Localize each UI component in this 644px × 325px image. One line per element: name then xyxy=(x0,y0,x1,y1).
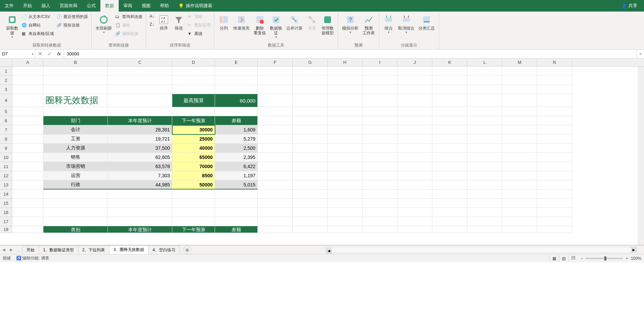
cell-L6[interactable] xyxy=(467,116,502,125)
formula-input[interactable]: 30000 xyxy=(64,50,637,58)
page-break-view-button[interactable]: 凹 xyxy=(568,255,578,262)
cell-C1[interactable] xyxy=(108,67,172,76)
enter-formula-button[interactable]: ✓ xyxy=(45,51,54,57)
cell-M9[interactable] xyxy=(502,144,537,153)
cell-F15[interactable] xyxy=(258,199,293,208)
cell-I7[interactable] xyxy=(363,125,397,134)
cell-J2[interactable] xyxy=(397,76,432,85)
cell-K6[interactable] xyxy=(432,116,467,125)
cell-A18[interactable] xyxy=(12,226,43,233)
cell-C9[interactable]: 37,500 xyxy=(108,144,172,153)
column-header-I[interactable]: I xyxy=(363,58,397,66)
accessibility-status[interactable]: ♿ 辅助功能: 调查 xyxy=(16,255,49,261)
cell-N16[interactable] xyxy=(537,208,572,217)
advanced-filter-button[interactable]: ▼高级 xyxy=(187,31,211,37)
cell-M15[interactable] xyxy=(502,199,537,208)
cell-D14[interactable] xyxy=(172,189,215,199)
cell-I16[interactable] xyxy=(363,208,397,217)
cell-N9[interactable] xyxy=(537,144,572,153)
from-text-csv-button[interactable]: 📄从文本/CSV xyxy=(21,14,55,20)
column-header-L[interactable]: L xyxy=(467,58,502,66)
vertical-scrollbar[interactable] xyxy=(638,67,644,245)
menu-review[interactable]: 审阅 xyxy=(119,0,137,12)
cell-J18[interactable] xyxy=(397,226,432,233)
cell-B4[interactable]: 圈释无效数据 xyxy=(43,94,108,107)
cell-M14[interactable] xyxy=(502,189,537,199)
text-to-columns-button[interactable]: 分列 xyxy=(217,14,231,31)
fx-label[interactable]: fx xyxy=(54,51,64,56)
normal-view-button[interactable]: ▦ xyxy=(549,255,559,262)
cell-J11[interactable] xyxy=(397,162,432,171)
cell-J8[interactable] xyxy=(397,134,432,144)
subtotal-button[interactable]: 分类汇总 xyxy=(417,14,436,31)
cell-E17[interactable] xyxy=(215,217,258,226)
ungroup-button[interactable]: 取消组合▾ xyxy=(397,14,416,35)
cell-A2[interactable] xyxy=(12,76,43,85)
cell-A6[interactable] xyxy=(12,116,43,125)
cell-B1[interactable] xyxy=(43,67,108,76)
cell-C17[interactable] xyxy=(108,217,172,226)
row-header[interactable]: 11 xyxy=(0,162,12,171)
cell-L9[interactable] xyxy=(467,144,502,153)
column-header-A[interactable]: A xyxy=(12,58,43,66)
cell-B9[interactable]: 人力资源 xyxy=(43,144,108,153)
column-header-F[interactable]: F xyxy=(258,58,293,66)
row-header[interactable]: 13 xyxy=(0,180,12,189)
cell-C16[interactable] xyxy=(108,208,172,217)
cell-L10[interactable] xyxy=(467,153,502,162)
from-table-button[interactable]: ▦来自表格/区域 xyxy=(21,31,55,37)
cell-G15[interactable] xyxy=(293,199,328,208)
cell-F11[interactable] xyxy=(258,162,293,171)
cell-K13[interactable] xyxy=(432,180,467,189)
cell-H9[interactable] xyxy=(328,144,363,153)
cell-L5[interactable] xyxy=(467,107,502,116)
cell-C6[interactable]: 本年度预计 xyxy=(108,116,172,125)
cell-N12[interactable] xyxy=(537,171,572,180)
cell-J5[interactable] xyxy=(397,107,432,116)
cell-G9[interactable] xyxy=(293,144,328,153)
cell-L14[interactable] xyxy=(467,189,502,199)
cell-A15[interactable] xyxy=(12,199,43,208)
cell-D4[interactable]: 最高预算 xyxy=(172,94,215,107)
cell-H15[interactable] xyxy=(328,199,363,208)
cell-J7[interactable] xyxy=(397,125,432,134)
cell-G17[interactable] xyxy=(293,217,328,226)
forecast-sheet-button[interactable]: 预测 工作表 xyxy=(361,14,376,36)
cell-K12[interactable] xyxy=(432,171,467,180)
cell-F12[interactable] xyxy=(258,171,293,180)
flash-fill-button[interactable]: 快速填充 xyxy=(232,14,251,31)
cell-A12[interactable] xyxy=(12,171,43,180)
cell-D7[interactable]: 30000 xyxy=(172,125,215,134)
cell-K3[interactable] xyxy=(432,85,467,94)
cell-L3[interactable] xyxy=(467,85,502,94)
cell-H17[interactable] xyxy=(328,217,363,226)
cell-I10[interactable] xyxy=(363,153,397,162)
cell-B14[interactable] xyxy=(43,189,108,199)
cell-E14[interactable] xyxy=(215,189,258,199)
cell-K17[interactable] xyxy=(432,217,467,226)
cell-J3[interactable] xyxy=(397,85,432,94)
cell-C10[interactable]: 62,605 xyxy=(108,153,172,162)
cell-G14[interactable] xyxy=(293,189,328,199)
cell-G16[interactable] xyxy=(293,208,328,217)
cell-C8[interactable]: 19,721 xyxy=(108,134,172,144)
relationships-button[interactable]: 关系 xyxy=(305,14,319,31)
cell-I12[interactable] xyxy=(363,171,397,180)
cell-I8[interactable] xyxy=(363,134,397,144)
cell-B8[interactable]: 工资 xyxy=(43,134,108,144)
cell-J13[interactable] xyxy=(397,180,432,189)
cell-N10[interactable] xyxy=(537,153,572,162)
cell-E13[interactable]: 5,015 xyxy=(215,180,258,189)
zoom-in-button[interactable]: + xyxy=(626,256,628,261)
cell-D16[interactable] xyxy=(172,208,215,217)
cell-H10[interactable] xyxy=(328,153,363,162)
sort-button[interactable]: Z AA Z 排序 xyxy=(157,14,171,31)
cell-D15[interactable] xyxy=(172,199,215,208)
cell-D11[interactable]: 70000 xyxy=(172,162,215,171)
cell-K9[interactable] xyxy=(432,144,467,153)
cell-G2[interactable] xyxy=(293,76,328,85)
cell-M10[interactable] xyxy=(502,153,537,162)
add-sheet-button[interactable]: ⊕ xyxy=(183,246,191,254)
row-header[interactable]: 18 xyxy=(0,226,12,233)
cell-C7[interactable]: 28,391 xyxy=(108,125,172,134)
